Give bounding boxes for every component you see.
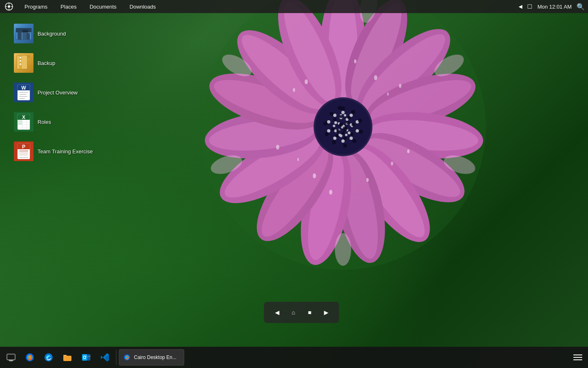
svg-rect-131: [19, 96, 27, 97]
menu-line-3: [573, 359, 582, 360]
svg-rect-155: [9, 361, 13, 361]
svg-rect-112: [18, 32, 22, 40]
media-control-bar: ◀ ⌂ ■ ▶: [264, 302, 339, 323]
svg-rect-122: [20, 60, 21, 62]
icon-team-training[interactable]: P Team Training Exercise: [11, 138, 95, 164]
backup-label: Backup: [38, 60, 55, 66]
roles-label: Roles: [38, 119, 51, 125]
taskbar-divider: [116, 350, 116, 365]
menubar-places[interactable]: Places: [54, 2, 83, 11]
taskbar-vscode[interactable]: [96, 349, 114, 366]
notification-icon[interactable]: ☐: [527, 3, 532, 10]
taskbar: O Cairo Desktop En...: [0, 347, 588, 368]
team-training-label: Team Training Exercise: [38, 148, 93, 155]
desktop-icons: Background Backup: [11, 20, 95, 168]
media-prev-button[interactable]: ◀: [270, 305, 284, 320]
svg-rect-154: [9, 360, 13, 361]
svg-point-105: [8, 5, 10, 8]
back-arrow-icon[interactable]: ◀: [519, 4, 522, 9]
svg-rect-114: [27, 33, 30, 40]
menubar: Programs Places Documents Downloads ◀ ☐ …: [0, 0, 588, 13]
clock-display: Mon 12:01 AM: [537, 4, 572, 10]
project-overview-icon-image: W: [14, 83, 33, 102]
svg-rect-152: [19, 157, 28, 158]
svg-rect-123: [20, 63, 21, 65]
backup-icon-image: [14, 53, 33, 73]
taskbar-edge[interactable]: [40, 349, 57, 366]
taskbar-firefox[interactable]: [21, 349, 38, 366]
svg-rect-129: [19, 92, 28, 93]
icon-project-overview[interactable]: W Project Overview: [11, 79, 95, 105]
menu-line-1: [573, 355, 582, 355]
svg-text:W: W: [21, 85, 26, 91]
svg-text:X: X: [22, 114, 25, 120]
menubar-programs[interactable]: Programs: [18, 2, 54, 11]
svg-rect-153: [7, 354, 15, 360]
taskbar-outlook[interactable]: O: [78, 349, 95, 366]
menubar-documents[interactable]: Documents: [83, 2, 123, 11]
roles-icon-image: X: [14, 112, 33, 132]
menubar-downloads[interactable]: Downloads: [123, 2, 162, 11]
menubar-right: ◀ ☐ Mon 12:01 AM 🔍: [519, 3, 585, 11]
team-training-icon-image: P: [14, 141, 33, 161]
svg-rect-130: [19, 94, 27, 95]
svg-rect-121: [20, 57, 21, 58]
media-stop-button[interactable]: ■: [302, 305, 317, 320]
taskbar-menu-button[interactable]: [570, 350, 586, 365]
search-icon[interactable]: 🔍: [577, 3, 585, 11]
taskbar-files[interactable]: [59, 349, 76, 366]
project-overview-label: Project Overview: [38, 90, 78, 96]
taskbar-show-desktop[interactable]: [2, 349, 20, 366]
svg-rect-132: [19, 98, 25, 99]
menubar-items: Programs Places Documents Downloads: [18, 2, 519, 11]
svg-rect-115: [16, 28, 31, 32]
svg-rect-151: [19, 150, 28, 152]
svg-point-158: [29, 356, 31, 359]
svg-rect-160: [63, 356, 71, 361]
background-icon-image: [14, 24, 33, 43]
icon-background[interactable]: Background: [11, 20, 95, 47]
svg-rect-144: [18, 123, 22, 125]
media-home-button[interactable]: ⌂: [286, 305, 301, 320]
svg-rect-116: [17, 55, 27, 69]
icon-roles[interactable]: X Roles: [11, 109, 95, 135]
cairo-logo[interactable]: [3, 1, 15, 12]
active-app-label: Cairo Desktop En...: [134, 355, 176, 360]
icon-backup[interactable]: Backup: [11, 50, 95, 76]
menu-line-2: [573, 357, 582, 358]
svg-rect-119: [27, 55, 30, 58]
background-label: Background: [38, 31, 66, 37]
svg-rect-143: [18, 120, 22, 122]
taskbar-active-app[interactable]: Cairo Desktop En...: [119, 349, 184, 366]
media-next-button[interactable]: ▶: [318, 305, 333, 320]
svg-text:P: P: [22, 144, 25, 150]
